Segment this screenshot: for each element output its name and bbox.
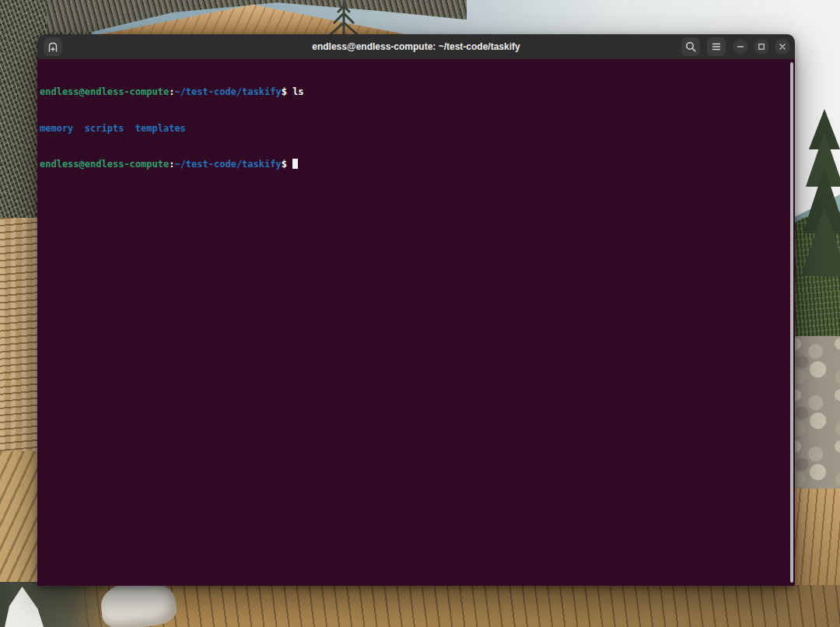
terminal-cursor	[292, 159, 298, 169]
prompt-path: ~/test-code/taskify	[174, 86, 281, 97]
terminal-content[interactable]: endless@endless-compute:~/test-code/task…	[37, 59, 795, 586]
prompt-user-host: endless@endless-compute	[40, 86, 169, 97]
maximize-button[interactable]	[754, 39, 769, 54]
directory-entry: templates	[135, 123, 186, 134]
pine-tree-icon	[323, 0, 366, 36]
terminal-line-prompt-2: endless@endless-compute:~/test-code/task…	[40, 159, 789, 171]
prompt-symbol: $	[282, 86, 287, 97]
close-icon	[778, 42, 787, 51]
terminal-titlebar[interactable]: endless@endless-compute: ~/test-code/tas…	[37, 34, 795, 59]
window-title: endless@endless-compute: ~/test-code/tas…	[312, 41, 520, 52]
minimize-button[interactable]	[733, 39, 748, 54]
close-button[interactable]	[775, 39, 790, 54]
hamburger-menu-icon	[710, 40, 723, 53]
search-icon	[684, 40, 697, 53]
terminal-line-prompt-1: endless@endless-compute:~/test-code/task…	[40, 86, 789, 99]
terminal-line-output: memoryscriptstemplates	[40, 123, 789, 135]
prompt-user-host: endless@endless-compute	[40, 159, 169, 170]
directory-entry: memory	[40, 123, 73, 134]
terminal-scrollbar[interactable]	[790, 62, 793, 583]
new-tab-icon	[47, 40, 59, 53]
new-tab-button[interactable]	[44, 37, 62, 56]
directory-entry: scripts	[85, 123, 124, 134]
wallpaper-shingle-stack-left	[0, 218, 37, 467]
maximize-icon	[757, 42, 766, 51]
minimize-icon	[736, 42, 745, 51]
prompt-symbol: $	[282, 159, 287, 170]
typed-command: ls	[292, 86, 303, 97]
search-button[interactable]	[681, 37, 700, 56]
desktop-background: endless@endless-compute: ~/test-code/tas…	[0, 0, 840, 627]
prompt-path: ~/test-code/taskify	[174, 159, 281, 170]
conifer-tree-icon	[798, 109, 840, 276]
menu-button[interactable]	[707, 37, 726, 56]
terminal-window: endless@endless-compute: ~/test-code/tas…	[37, 34, 795, 586]
